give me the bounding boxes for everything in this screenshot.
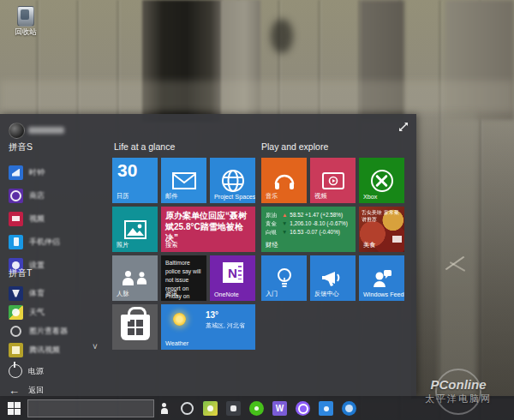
tile-store[interactable] — [112, 304, 158, 350]
app-list-item[interactable]: 时钟 — [9, 164, 108, 181]
tile-photos[interactable]: 照片 — [112, 207, 158, 252]
wallpaper-post — [439, 111, 476, 396]
clock-icon — [9, 165, 23, 180]
tile-get-started[interactable]: 入门 — [261, 255, 307, 301]
tile-xbox[interactable]: Xbox — [359, 158, 404, 203]
weather-icon — [9, 305, 23, 320]
food-tile-headline: 舌尖美味 家常菜谱推荐 — [362, 209, 402, 224]
tile-onenote[interactable]: N OneNote — [210, 255, 255, 301]
sun-icon — [173, 313, 186, 326]
app-list-item[interactable]: 商店 — [9, 187, 108, 204]
app-list-item[interactable]: 视频 — [9, 210, 108, 227]
camera-app-icon[interactable] — [226, 401, 241, 416]
wallpaper-rail — [0, 81, 514, 111]
recycle-bin-shortcut[interactable]: 回收站 — [7, 4, 45, 42]
app-group-header-t: 拼音T — [9, 267, 32, 279]
back-arrow-icon: ← — [9, 385, 22, 396]
settings-app-icon[interactable] — [296, 401, 310, 416]
weather-temperature: 13° — [206, 310, 218, 320]
finance-quotes: 原油▲58.52 +1.47 (+2.58%) 黄金▼1,206.10 -8.1… — [266, 211, 348, 237]
photos-app-icon[interactable] — [203, 401, 218, 416]
tile-group-title: Life at a glance — [114, 141, 175, 152]
tile-food-live[interactable]: 舌尖美味 家常菜谱推荐 美食 — [359, 207, 404, 252]
expand-start-menu-icon[interactable] — [397, 121, 409, 133]
tile-music[interactable]: 音乐 — [261, 158, 307, 203]
user-name-blurred — [28, 127, 64, 134]
recycle-bin-label: 回收站 — [7, 27, 45, 38]
tile-calendar[interactable]: 30 日历 — [112, 158, 158, 203]
image-viewer-icon — [9, 324, 23, 339]
tile-feedback-center[interactable]: 反馈中心 — [310, 255, 356, 301]
power-icon — [9, 364, 22, 378]
tile-group-title: Play and explore — [261, 141, 328, 152]
tile-video[interactable]: 视频 — [310, 158, 356, 203]
tile-project-spaces[interactable]: Project Spaces — [210, 158, 255, 203]
contact-app-icon[interactable] — [157, 401, 171, 416]
wallpaper-knot — [271, 19, 293, 53]
taskbar-search-box[interactable] — [27, 399, 154, 417]
browser-app-icon[interactable] — [342, 401, 356, 416]
food-tile-logo — [392, 236, 402, 243]
app-list-scroll-down-chevron[interactable]: ˅ — [93, 343, 105, 351]
tile-news-live[interactable]: Baltimore police say will not issue repo… — [161, 255, 206, 301]
sports-icon — [9, 286, 23, 301]
desktop: 回收站 拼音S 时钟 商店 视频 手机伴侣 — [0, 0, 514, 420]
phone-companion-icon — [9, 235, 23, 249]
user-avatar[interactable] — [9, 123, 25, 139]
store-bag-icon — [112, 304, 158, 350]
recycle-bin-icon-detail — [21, 9, 29, 20]
green-app-icon[interactable] — [249, 401, 264, 416]
video-icon — [9, 212, 23, 226]
tile-windows-feedback[interactable]: Windows Feedb — [359, 255, 404, 301]
store-icon — [9, 189, 23, 203]
tile-people[interactable]: 人脉 — [112, 255, 158, 301]
app-list-item[interactable]: 图片查看器 — [9, 322, 108, 339]
calendar-day-number: 30 — [117, 160, 137, 181]
tile-finance-live[interactable]: 原油▲58.52 +1.47 (+2.58%) 黄金▼1,206.10 -8.1… — [261, 207, 356, 252]
app-group-header-s: 拼音S — [9, 141, 33, 153]
tile-mail[interactable]: 邮件 — [161, 158, 206, 203]
search-tile-headline: 原办案单位回应“聂树斌25.8°C踏雪地被枪决” — [165, 210, 252, 243]
start-button[interactable] — [8, 402, 21, 415]
tile-search-live[interactable]: 原办案单位回应“聂树斌25.8°C踏雪地被枪决” 搜索 — [161, 207, 255, 252]
word-app-icon[interactable]: W — [272, 401, 287, 416]
weather-location: 藁城区, 河北省 — [206, 321, 245, 330]
app-list-item[interactable]: 手机伴侣 — [9, 233, 108, 250]
start-menu: 拼音S 时钟 商店 视频 手机伴侣 设置 拼音T 体育 天气 — [0, 114, 416, 396]
task-view-icon[interactable] — [180, 401, 194, 416]
tile-weather-live[interactable]: 13° 藁城区, 河北省 Weather — [161, 304, 255, 350]
power-button[interactable]: 电源 — [9, 363, 108, 380]
app-list-item[interactable]: 天气 — [9, 303, 108, 321]
app-list-item[interactable]: 体育 — [9, 285, 108, 302]
blue-app-icon[interactable] — [319, 401, 333, 416]
tencent-icon — [9, 343, 23, 357]
